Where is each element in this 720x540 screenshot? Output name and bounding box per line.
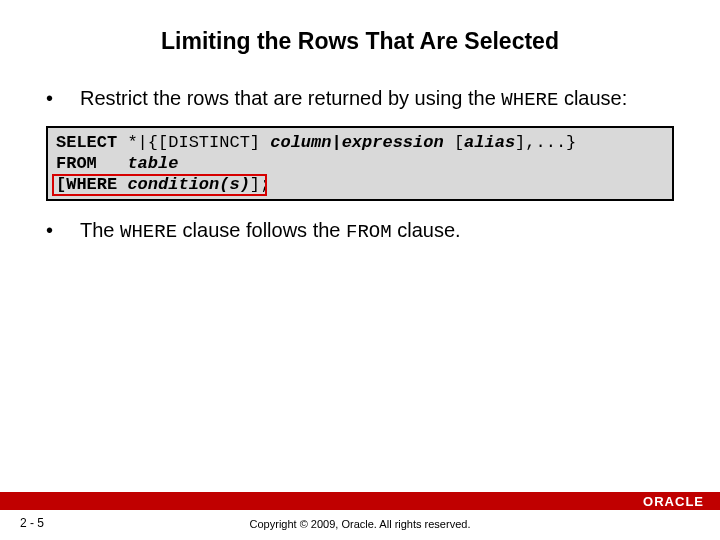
slide-content: • Restrict the rows that are returned by…	[0, 85, 720, 246]
logo-text: ORACLE	[643, 494, 704, 509]
code-italic: condition(s)	[127, 175, 249, 194]
text-span: clause.	[392, 219, 461, 241]
footer-bar	[0, 492, 720, 510]
code-block: SELECT *|{[DISTINCT] column|expression […	[46, 126, 674, 202]
code-italic: table	[127, 154, 178, 173]
text-span: Restrict the rows that are returned by u…	[80, 87, 501, 109]
slide: Limiting the Rows That Are Selected • Re…	[0, 0, 720, 540]
code-keyword: SELECT	[56, 133, 117, 152]
bullet-marker: •	[46, 217, 80, 244]
text-span: clause follows the	[177, 219, 346, 241]
code-plain: [	[454, 133, 464, 152]
code-pad	[117, 133, 127, 152]
code-plain: *|{[DISTINCT]	[127, 133, 270, 152]
code-keyword: FROM	[56, 154, 97, 173]
code-span: WHERE	[501, 89, 558, 111]
code-italic: column|expression	[270, 133, 454, 152]
oracle-logo: ORACLE	[643, 492, 704, 510]
code-line: [WHERE condition(s)];	[56, 174, 664, 195]
slide-title: Limiting the Rows That Are Selected	[0, 0, 720, 85]
code-keyword: [WHERE	[56, 175, 117, 194]
code-italic: alias	[464, 133, 515, 152]
text-span: The	[80, 219, 120, 241]
bullet-item: • The WHERE clause follows the FROM clau…	[46, 217, 674, 246]
text-span: clause:	[558, 87, 627, 109]
code-span: WHERE	[120, 221, 177, 243]
code-pad	[117, 175, 127, 194]
code-pad	[97, 154, 128, 173]
bullet-marker: •	[46, 85, 80, 112]
code-plain: ];	[250, 175, 270, 194]
bullet-item: • Restrict the rows that are returned by…	[46, 85, 674, 114]
code-plain: ],...}	[515, 133, 576, 152]
copyright-text: Copyright © 2009, Oracle. All rights res…	[0, 518, 720, 530]
bullet-text: Restrict the rows that are returned by u…	[80, 85, 627, 114]
code-line: SELECT *|{[DISTINCT] column|expression […	[56, 132, 664, 153]
code-line: FROM table	[56, 153, 664, 174]
bullet-text: The WHERE clause follows the FROM clause…	[80, 217, 461, 246]
code-span: FROM	[346, 221, 392, 243]
